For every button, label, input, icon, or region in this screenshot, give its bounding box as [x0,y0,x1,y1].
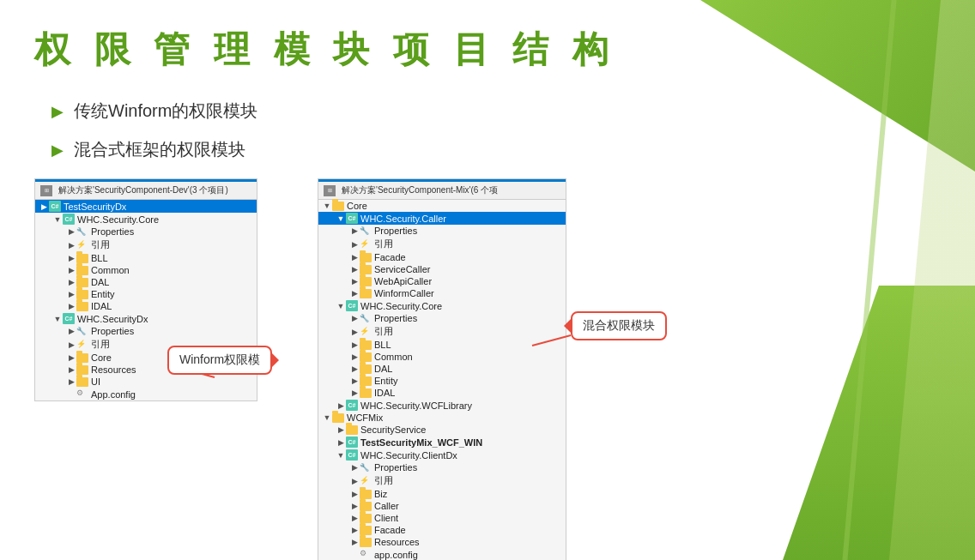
item-label: WHC.Security.WCFLibrary [360,400,472,411]
folder-icon [360,526,372,535]
tree-item[interactable]: ▶⚡引用 [35,238,257,252]
tree-arrow: ▶ [39,202,49,211]
tree-item[interactable]: ▶⚡引用 [318,473,566,488]
tree-arrow: ▶ [66,241,76,250]
tree-arrow: ▼ [336,302,346,310]
folder-icon [332,202,344,211]
cs-icon: C# [63,214,75,225]
tree-arrow: ▶ [349,388,360,397]
right-explorer-header: ⊞ 解决方案'SecurityComponent-Mix'(6 个项 [318,182,566,200]
folder-icon [76,278,88,287]
tree-item[interactable]: ▶UI [35,376,257,388]
folder-icon [360,265,372,274]
tree-item[interactable]: ▼Core [318,200,566,212]
item-label: Client [374,513,398,523]
tree-arrow: ▶ [349,526,360,534]
item-label: Common [91,265,130,275]
app-icon: ⚙ [76,388,88,400]
tree-item[interactable]: ▶C#TestSecurityMix_WCF_WIN [318,436,566,449]
tree-arrow: ▶ [349,289,360,298]
tree-item[interactable]: ▼WCFMix [318,412,566,424]
tree-item[interactable]: ▶🔧Properties [318,312,566,324]
bullet-text-1: 传统Winform的权限模块 [74,99,257,123]
tree-item[interactable]: ▶🔧Properties [318,461,566,473]
folder-icon [360,376,372,386]
tree-arrow: ▼ [322,413,332,422]
tree-item[interactable]: ▶DAL [318,363,566,375]
tree-item[interactable]: ▶🔧Properties [35,325,257,337]
tree-item[interactable]: ⚙app.config [318,548,566,560]
item-label: Facade [374,525,406,535]
folder-icon [360,352,372,362]
folder-icon [360,538,372,547]
tree-item[interactable]: ▶🔧Properties [318,225,566,237]
folder-icon [360,289,372,298]
tree-item[interactable]: ▶Caller [318,500,566,512]
tree-item[interactable]: ▶C#WHC.Security.WCFLibrary [318,399,566,412]
tree-item[interactable]: ▶WebApiCaller [318,275,566,287]
tree-arrow: ▶ [349,514,360,522]
tree-item[interactable]: ▶⚡引用 [318,237,566,251]
tree-item[interactable]: ▶Common [318,351,566,363]
tree-item[interactable]: ▶BLL [318,339,566,351]
tree-item[interactable]: ▼C#WHC.Security.Core [318,299,566,312]
bullet-text-2: 混合式框架的权限模块 [74,138,245,161]
right-explorer-window: ⊞ 解决方案'SecurityComponent-Mix'(6 个项 ▼Core… [318,178,566,560]
tree-item[interactable]: ▼C#WHC.SecurityDx [35,312,257,325]
tree-item[interactable]: ▶Facade [318,251,566,263]
ref-icon: ⚡ [360,476,372,485]
tree-arrow: ▶ [349,538,360,546]
tree-item[interactable]: ▶BLL [35,252,257,264]
tree-item[interactable]: ▶SecurityService [318,424,566,436]
bullet-list: ▶ 传统Winform的权限模块 ▶ 混合式框架的权限模块 [51,99,941,161]
tree-arrow: ▶ [66,254,76,262]
tree-arrow: ▶ [349,328,360,336]
wrench-icon: 🔧 [360,314,372,323]
left-solution-icon: ⊞ [40,185,52,196]
tree-item[interactable]: ▶Common [35,264,257,276]
tree-arrow: ▶ [349,477,360,485]
ref-icon: ⚡ [360,327,372,336]
tree-item[interactable]: ▶WinformCaller [318,287,566,299]
tree-item[interactable]: ▶Biz [318,488,566,500]
item-label: WinformCaller [374,288,434,298]
item-label: WHC.Security.Caller [360,214,446,224]
item-label: 引用 [91,338,110,351]
tree-item[interactable]: ⚙App.config [35,388,257,400]
tree-item[interactable]: ▶⚡引用 [318,324,566,339]
item-label: app.config [374,550,418,560]
cs-icon: C# [63,313,75,324]
tree-item[interactable]: ▶IDAL [35,300,257,312]
tree-item[interactable]: ▶ServiceCaller [318,263,566,275]
tree-arrow: ▶ [336,438,346,447]
wrench-icon: 🔧 [76,327,88,336]
tree-arrow: ▶ [349,265,360,274]
item-label: Entity [91,289,115,299]
item-label: Resources [374,537,420,547]
page-title: 权 限 管 理 模 块 项 目 结 构 [34,26,941,74]
tree-item[interactable]: ▶Entity [35,288,257,300]
item-label: Resources [91,364,136,375]
tree-item[interactable]: ▶DAL [35,276,257,288]
tree-item[interactable]: ▶Entity [318,375,566,387]
item-label: 引用 [91,238,110,251]
item-label: WHC.Security.Core [360,301,442,311]
bullet-item-1: ▶ 传统Winform的权限模块 [51,99,941,123]
item-label: BLL [91,253,108,263]
tree-item[interactable]: ▶🔧Properties [35,226,257,238]
right-solution-icon: ⊞ [324,185,336,196]
tree-item[interactable]: ▶IDAL [318,387,566,399]
item-label: DAL [91,277,109,287]
tree-item[interactable]: ▶Client [318,512,566,524]
tree-arrow: ▶ [349,463,360,472]
tree-arrow: ▶ [336,425,346,434]
item-label: DAL [374,364,392,374]
tree-item[interactable]: ▼C#WHC.Security.Caller [318,212,566,225]
tree-arrow: ▶ [349,277,360,286]
tree-item[interactable]: ▶Resources [318,536,566,548]
tree-item[interactable]: ▼C#WHC.Security.Core [35,213,257,226]
tree-item[interactable]: ▶Facade [318,524,566,536]
tree-item[interactable]: ▼C#WHC.Security.ClientDx [318,449,566,461]
cs-icon: C# [346,213,358,224]
tree-item[interactable]: ▶C#TestSecurityDx [35,200,257,213]
